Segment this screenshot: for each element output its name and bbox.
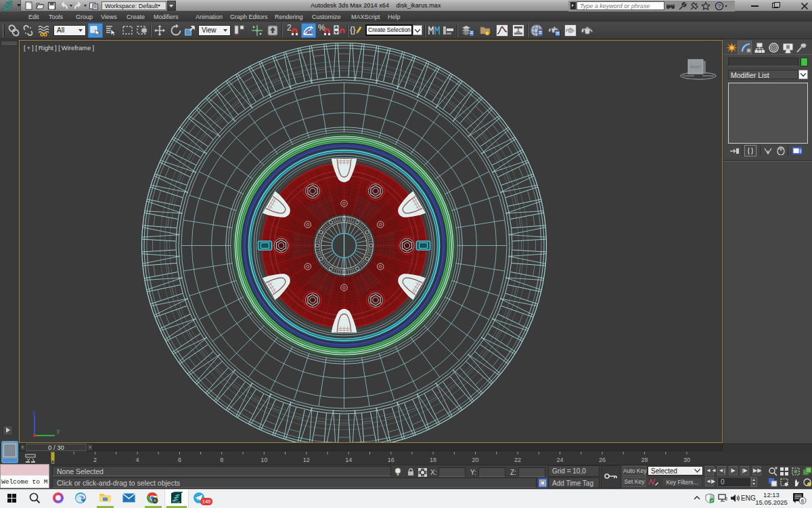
svg-text:6: 6 — [801, 498, 805, 504]
svg-text:10: 10 — [261, 457, 267, 463]
svg-text:16: 16 — [388, 457, 394, 463]
svg-text:8: 8 — [220, 457, 223, 463]
svg-text:y: y — [57, 427, 60, 434]
svg-text:20: 20 — [472, 457, 479, 463]
svg-text:RIGHT: RIGHT — [690, 65, 701, 69]
svg-text:24: 24 — [556, 457, 563, 463]
svg-text:22: 22 — [514, 457, 521, 463]
svg-text:12: 12 — [303, 457, 310, 463]
svg-text:?: ? — [717, 3, 721, 9]
svg-text:14: 14 — [345, 457, 352, 463]
svg-text:z: z — [32, 410, 36, 416]
svg-text:2: 2 — [287, 23, 292, 33]
svg-text:28: 28 — [641, 457, 648, 463]
svg-text:{}: {} — [350, 24, 356, 35]
svg-text:26: 26 — [599, 457, 606, 463]
svg-text:3DS MAX: 3DS MAX — [172, 501, 180, 504]
svg-text:4: 4 — [135, 457, 139, 463]
svg-text:18: 18 — [430, 457, 436, 463]
svg-text:6: 6 — [178, 457, 181, 463]
svg-text:2: 2 — [93, 457, 97, 463]
svg-text:30: 30 — [683, 457, 690, 463]
